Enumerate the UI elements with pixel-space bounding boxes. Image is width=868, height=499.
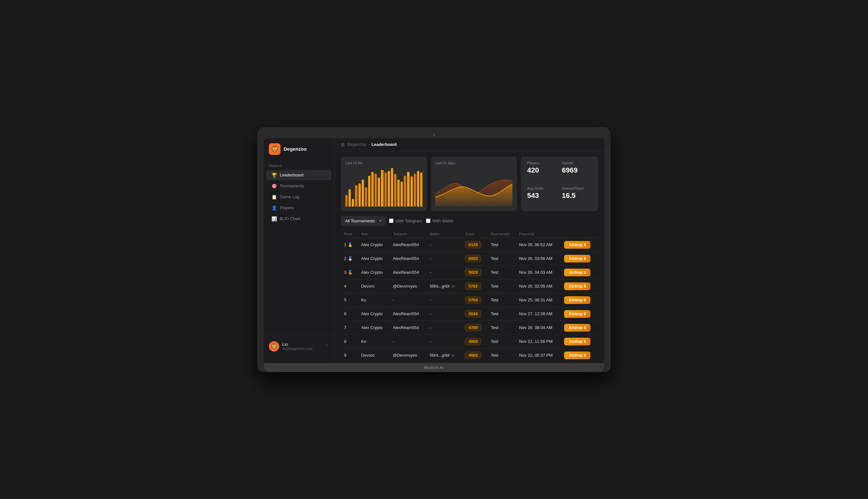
- rank-cell: 5: [341, 293, 358, 307]
- played-at-cell: Nov 26, 04:03 AM: [516, 265, 561, 279]
- airdrop-button[interactable]: Airdrop $: [564, 310, 590, 318]
- airdrop-button[interactable]: Airdrop $: [564, 282, 590, 290]
- stat-avg-score: Avg Score 543: [527, 186, 557, 207]
- airdrop-button[interactable]: Airdrop $: [564, 296, 590, 304]
- wallet-cell: -: [426, 334, 462, 348]
- bar-1: [349, 189, 351, 207]
- rank-cell: 1 🥇: [341, 238, 358, 252]
- wallet-cell: 56Kk...gAbf ⧉: [430, 353, 459, 357]
- stat-gpp-label: Games/Player: [562, 186, 592, 190]
- action-cell: Airdrop $: [561, 279, 598, 293]
- score-cell: 4785: [462, 321, 487, 334]
- copy-icon[interactable]: ⧉: [452, 353, 455, 357]
- wallet-cell: -: [426, 238, 462, 252]
- action-cell: Airdrop $: [561, 238, 598, 252]
- area-chart-card: Last 31 days: [431, 157, 517, 211]
- bar-chart-label: Last 12 hrs: [345, 161, 422, 165]
- bar-3: [355, 185, 357, 207]
- copy-icon[interactable]: ⧉: [452, 284, 455, 289]
- bar-9: [375, 174, 377, 207]
- wallet-cell: 56Kk...gAbf ⧉: [430, 284, 459, 289]
- wallet-cell: -: [426, 321, 462, 334]
- table-body: 1 🥇 Alex Crypto AlexReam554 - 6128 Test …: [341, 238, 598, 362]
- rank-cell: 4: [341, 279, 358, 293]
- col-rank: Rank: [341, 230, 358, 238]
- tournament-cell: Test: [488, 348, 516, 362]
- wallet-cell: 56Kk...gAbf ⧉: [426, 279, 462, 293]
- telegram-cell: @Devoroyes: [390, 279, 426, 293]
- wallet-cell: -: [426, 293, 462, 307]
- wallet-address: 56Kk...gAbf: [430, 284, 450, 289]
- airdrop-button[interactable]: Airdrop $: [564, 269, 590, 276]
- played-at-cell: Nov 25, 06:31 AM: [516, 293, 561, 307]
- rank-cell: 3 🥉: [341, 265, 358, 279]
- with-wallet-group: With Wallet: [426, 219, 453, 223]
- score-badge: 5782: [465, 282, 481, 290]
- airdrop-button[interactable]: Airdrop $: [564, 352, 590, 359]
- with-telegram-checkbox[interactable]: [389, 219, 394, 223]
- user-info[interactable]: 🦁 Lio lio@degenzoo.club ⌃: [266, 339, 332, 354]
- stat-games-value: 6969: [562, 166, 592, 174]
- bar-12: [385, 172, 387, 207]
- sidebar-section-label: Platform: [264, 161, 334, 170]
- table-row: 4 Devoro @Devoroyes 56Kk...gAbf ⧉ 5782 T…: [341, 279, 598, 293]
- screen: 🦁 Degenzoo Platform 🏆 Leaderboard 🎯 Tour…: [264, 138, 604, 363]
- laptop-bottom: MacBook Air: [264, 363, 604, 372]
- bar-2: [352, 199, 354, 207]
- area-chart: [435, 168, 512, 207]
- airdrop-button[interactable]: Airdrop $: [564, 255, 590, 263]
- laptop-label: MacBook Air: [424, 366, 444, 369]
- table-row: 5 Ko - - 5704 Test Nov 25, 06:31 AM Aird…: [341, 293, 598, 307]
- score-badge: 5544: [465, 310, 481, 317]
- airdrop-button[interactable]: Airdrop $: [564, 338, 590, 345]
- airdrop-button[interactable]: Airdrop $: [564, 241, 590, 249]
- rank-cell: 8: [341, 334, 358, 348]
- telegram-cell: AlexReam554: [390, 321, 426, 334]
- nick-cell: Alex Crypto: [358, 321, 390, 334]
- wallet-empty: -: [430, 325, 431, 330]
- avatar: 🦁: [269, 341, 279, 352]
- with-wallet-label[interactable]: With Wallet: [432, 219, 453, 223]
- with-telegram-label[interactable]: With Telegram: [395, 219, 422, 223]
- stat-players-label: Players: [527, 161, 557, 165]
- sidebar-bottom: 🦁 Lio lio@degenzoo.club ⌃: [264, 334, 334, 358]
- played-at-cell: Nov 27, 12:39 AM: [516, 307, 561, 321]
- brand-avatar: 🦁: [269, 143, 281, 155]
- score-cell: 4062: [462, 348, 487, 362]
- telegram-cell: @Devoroyes: [390, 348, 426, 362]
- bar-20: [411, 177, 413, 207]
- chevron-up-icon: ⌃: [326, 344, 329, 349]
- bar-8: [371, 172, 374, 207]
- sidebar-item-players[interactable]: 👤 Players: [266, 203, 332, 213]
- bar-22: [417, 171, 419, 206]
- col-actions: [561, 230, 598, 238]
- tournament-select[interactable]: All Tournaments Test Main: [341, 216, 385, 226]
- stat-gpp-value: 16.5: [562, 192, 592, 200]
- nick-cell: Alex Crypto: [358, 252, 390, 265]
- with-wallet-checkbox[interactable]: [426, 219, 431, 223]
- liochart-icon: 📊: [271, 216, 276, 221]
- nick-cell: Alex Crypto: [358, 238, 390, 252]
- col-nick: Nick: [358, 230, 390, 238]
- wallet-empty: -: [430, 297, 431, 302]
- wallet-empty: -: [430, 242, 431, 247]
- tournament-cell: Test: [488, 252, 516, 265]
- sidebar-item-tournaments[interactable]: 🎯 Tournaments: [266, 181, 332, 191]
- user-email: lio@degenzoo.club: [282, 347, 323, 351]
- breadcrumb-separator: ›: [368, 142, 369, 147]
- sidebar-toggle-icon[interactable]: ⊞: [341, 142, 345, 147]
- table-header: Rank Nick Telegram Wallet Score Tourname…: [341, 230, 598, 238]
- sidebar-item-gamelog[interactable]: 📋 Game Log: [266, 192, 332, 202]
- col-telegram: Telegram: [390, 230, 426, 238]
- leaderboard-icon: 🏆: [271, 172, 276, 178]
- sidebar-item-leaderboard[interactable]: 🏆 Leaderboard: [266, 170, 332, 180]
- sidebar-label-players: Players: [280, 205, 294, 210]
- airdrop-button[interactable]: Airdrop $: [564, 324, 590, 332]
- sidebar-item-liochart[interactable]: 📊 $LIO Chart: [266, 214, 332, 224]
- score-cell: 5782: [462, 279, 487, 293]
- bar-7: [368, 176, 370, 207]
- played-at-cell: Nov 22, 11:56 PM: [516, 334, 561, 348]
- score-badge: 5829: [465, 269, 481, 276]
- wallet-cell: -: [426, 307, 462, 321]
- bar-23: [420, 172, 422, 207]
